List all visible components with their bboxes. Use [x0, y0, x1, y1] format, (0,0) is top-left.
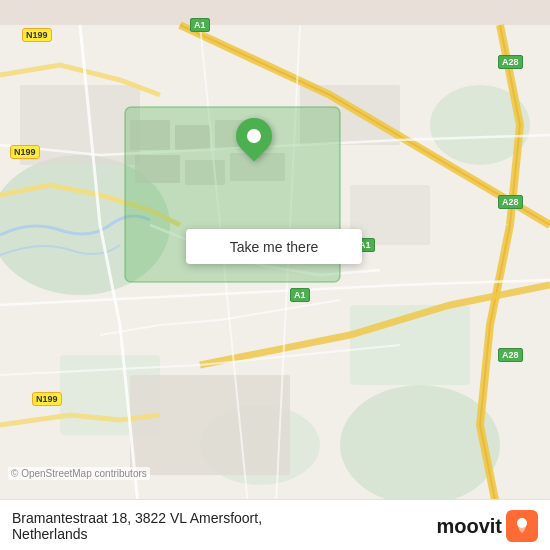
road-label-a1-lower: A1	[290, 288, 310, 302]
road-label-a28-lower: A28	[498, 348, 523, 362]
road-label-n199-top: N199	[22, 28, 52, 42]
pin-marker	[229, 111, 280, 162]
road-label-a28-top: A28	[498, 55, 523, 69]
bottom-bar: Bramantestraat 18, 3822 VL Amersfoort, N…	[0, 499, 550, 550]
svg-rect-10	[350, 185, 430, 245]
moovit-wordmark: moovit	[436, 515, 502, 538]
moovit-icon	[506, 510, 538, 542]
pin-inner-dot	[247, 129, 261, 143]
svg-rect-7	[130, 375, 290, 475]
road-label-n199-lower: N199	[32, 392, 62, 406]
address-country: Netherlands	[12, 526, 262, 542]
road-label-a28-center: A28	[498, 195, 523, 209]
moovit-logo: moovit	[436, 510, 538, 542]
address-block: Bramantestraat 18, 3822 VL Amersfoort, N…	[12, 510, 262, 542]
location-pin	[236, 118, 272, 154]
address-street: Bramantestraat 18, 3822 VL Amersfoort,	[12, 510, 262, 526]
road-label-n199-mid: N199	[10, 145, 40, 159]
road-label-a1-top: A1	[190, 18, 210, 32]
map-container: N199 A1 A28 N199 A1 A28 A1 A28 N199 Take…	[0, 0, 550, 550]
svg-point-2	[340, 385, 500, 505]
map-attribution: © OpenStreetMap contributors	[8, 467, 150, 480]
take-me-there-button[interactable]: Take me there	[186, 229, 362, 264]
